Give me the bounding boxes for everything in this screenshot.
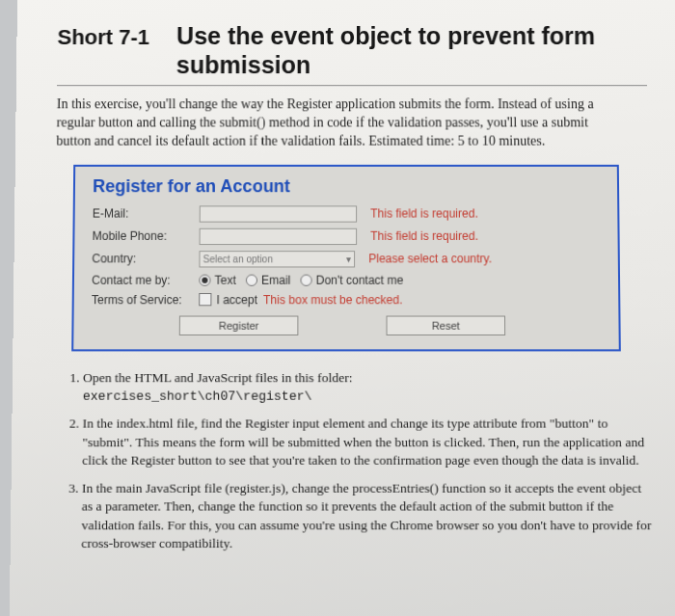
register-form-screenshot: Register for an Account E-Mail: This fie… xyxy=(71,165,621,352)
country-select[interactable]: Select an option ▾ xyxy=(199,251,355,267)
chevron-down-icon: ▾ xyxy=(346,254,351,264)
intro-paragraph: In this exercise, you'll change the way … xyxy=(56,95,599,150)
radio-dot-icon xyxy=(301,274,312,285)
radio-dot-icon xyxy=(199,274,210,285)
exercise-title: Use the event object to prevent form sub… xyxy=(176,21,647,79)
tos-label: Terms of Service: xyxy=(92,293,199,307)
country-placeholder: Select an option xyxy=(202,254,272,264)
phone-error: This field is required. xyxy=(370,229,478,243)
row-phone: Mobile Phone: This field is required. xyxy=(92,225,600,247)
row-contact: Contact me by: Text Email Don't contact … xyxy=(92,270,601,289)
country-error: Please select a country. xyxy=(368,252,492,265)
tos-text: I accept xyxy=(216,293,257,307)
contact-label: Contact me by: xyxy=(92,273,199,286)
exercise-number: Short 7-1 xyxy=(57,25,149,50)
form-title: Register for an Account xyxy=(93,176,600,197)
button-row: Register Reset xyxy=(179,315,602,335)
step-2: In the index.html file, find the Registe… xyxy=(82,415,652,469)
instruction-list: Open the HTML and JavaScript files in th… xyxy=(52,369,653,553)
tos-checkbox[interactable] xyxy=(199,293,211,306)
radio-none[interactable]: Don't contact me xyxy=(301,273,404,286)
country-label: Country: xyxy=(92,252,199,265)
row-country: Country: Select an option ▾ Please selec… xyxy=(92,248,600,270)
textbook-page: Short 7-1 Use the event object to preven… xyxy=(10,0,675,616)
folder-path: exercises_short\ch07\register\ xyxy=(83,388,312,403)
row-tos: Terms of Service: I accept This box must… xyxy=(92,290,601,309)
radio-dot-icon xyxy=(246,274,257,285)
phone-field[interactable] xyxy=(200,228,358,244)
exercise-heading: Short 7-1 Use the event object to preven… xyxy=(57,21,647,86)
radio-email[interactable]: Email xyxy=(246,273,291,286)
step-1: Open the HTML and JavaScript files in th… xyxy=(83,369,651,406)
tos-error: This box must be checked. xyxy=(263,293,402,307)
radio-text[interactable]: Text xyxy=(199,273,235,286)
email-field[interactable] xyxy=(200,205,357,222)
email-error: This field is required. xyxy=(370,207,478,221)
email-label: E-Mail: xyxy=(93,207,200,221)
row-email: E-Mail: This field is required. xyxy=(93,202,601,225)
step-3: In the main JavaScript file (register.js… xyxy=(81,480,652,553)
register-button[interactable]: Register xyxy=(179,315,299,335)
phone-label: Mobile Phone: xyxy=(93,229,200,243)
reset-button[interactable]: Reset xyxy=(387,315,506,335)
